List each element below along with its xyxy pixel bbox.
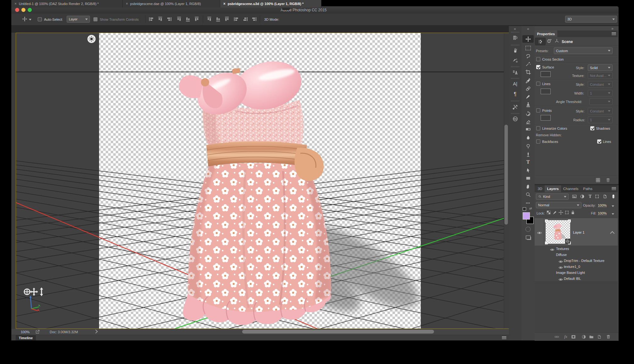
linearize-colors-checkbox[interactable] <box>536 126 540 130</box>
lines-checkbox[interactable] <box>536 82 540 86</box>
brush-settings-panel-icon[interactable] <box>511 57 519 64</box>
document-tab-1[interactable]: × Untitled-1 @ 100% (DAZ Studio Render 2… <box>11 0 123 8</box>
timeline-menu-icon[interactable] <box>502 336 506 339</box>
timeline-tab[interactable]: Timeline <box>16 335 36 340</box>
clone-stamp-tool[interactable] <box>524 101 532 108</box>
creative-cloud-libraries-panel-icon[interactable] <box>511 115 519 122</box>
distribute-horizontal-centers-icon[interactable] <box>243 17 247 21</box>
layers-menu-icon[interactable] <box>612 187 616 190</box>
distribute-right-edges-icon[interactable] <box>252 17 256 21</box>
auto-select-checkbox[interactable] <box>38 17 42 21</box>
layer-sub-row[interactable] <box>535 246 618 252</box>
type-tool[interactable]: T <box>524 158 532 166</box>
shadows-checkbox[interactable] <box>590 126 594 130</box>
align-horizontal-centers-icon[interactable] <box>158 17 162 22</box>
expand-dock-chevron-icon[interactable]: « <box>514 27 516 31</box>
lock-position-icon[interactable] <box>559 210 563 216</box>
texture1-eye-icon[interactable] <box>559 265 563 268</box>
blend-mode-select[interactable]: Normal <box>536 202 581 208</box>
scene-tree-filter-button[interactable] <box>535 38 546 45</box>
opacity-value-field[interactable]: 100% <box>598 204 607 208</box>
tab-layers-active[interactable]: Layers <box>545 185 561 192</box>
cross-section-checkbox[interactable] <box>536 57 540 61</box>
lock-transparency-icon[interactable] <box>546 210 551 216</box>
tree-item-diffuse[interactable]: Diffuse <box>556 253 567 257</box>
pen-tool[interactable] <box>524 150 532 158</box>
delete-properties-icon[interactable] <box>606 178 610 184</box>
3d-coordinates-icon[interactable] <box>554 39 559 45</box>
blur-tool[interactable] <box>524 134 532 141</box>
filter-toggle-icon[interactable] <box>611 194 616 199</box>
tree-item-droptrim[interactable]: DropTrim - Default Texture <box>564 259 604 263</box>
quick-selection-tool[interactable] <box>524 60 532 68</box>
close-tab-icon[interactable]: × <box>223 2 225 6</box>
dodge-tool[interactable] <box>524 142 532 150</box>
points-checkbox[interactable] <box>536 108 540 112</box>
filter-adjustment-layers-icon[interactable] <box>580 194 585 199</box>
layer-name[interactable]: Layer 1 <box>573 231 585 234</box>
link-layers-icon[interactable] <box>554 334 559 339</box>
filter-pixel-layers-icon[interactable] <box>572 194 577 199</box>
tree-item-textures[interactable]: Textures <box>556 247 569 251</box>
close-tab-icon[interactable]: × <box>14 2 17 6</box>
path-selection-tool[interactable] <box>524 166 532 174</box>
backfaces-checkbox[interactable] <box>536 139 540 144</box>
filter-smart-objects-icon[interactable] <box>602 194 608 199</box>
render-3d-button[interactable] <box>596 178 600 184</box>
fill-value-field[interactable]: 100% <box>598 211 607 215</box>
tab-paths[interactable]: Paths <box>581 185 595 192</box>
eraser-tool[interactable] <box>524 118 532 125</box>
properties-menu-icon[interactable] <box>612 32 616 35</box>
properties-tab[interactable]: Properties <box>535 30 557 37</box>
tab-channels[interactable]: Channels <box>561 185 581 192</box>
droptrim-eye-icon[interactable] <box>559 259 563 262</box>
document-tab-2[interactable]: × psbridgescene.dae @ 100% (Layer 1, RGB… <box>123 0 220 8</box>
close-tab-icon[interactable]: × <box>126 2 128 6</box>
collapse-panels-chevron-icon[interactable]: » <box>611 26 613 31</box>
ibl-light-widget[interactable] <box>87 35 96 43</box>
screen-mode-button[interactable] <box>524 234 532 241</box>
align-bottom-edges-icon[interactable] <box>195 17 199 22</box>
default-ibl-eye-icon[interactable] <box>559 277 563 280</box>
radius-select[interactable]: 1 <box>588 117 613 123</box>
hand-tool[interactable] <box>524 183 532 190</box>
lines-color-swatch[interactable] <box>541 89 551 94</box>
move-tool[interactable] <box>522 35 534 43</box>
lasso-tool[interactable] <box>524 52 532 60</box>
texture-select[interactable]: Not Avail... <box>588 72 613 79</box>
align-right-edges-icon[interactable] <box>167 17 171 21</box>
align-left-edges-icon[interactable] <box>149 17 154 21</box>
lock-all-icon[interactable] <box>570 210 575 216</box>
distribute-top-edges-icon[interactable] <box>208 17 211 22</box>
angle-threshold-select[interactable] <box>589 98 613 105</box>
align-vertical-centers-icon[interactable] <box>186 17 190 22</box>
adjustment-layer-icon[interactable] <box>581 334 587 339</box>
tree-item-texture1-0[interactable]: texture1_0 <box>564 265 580 269</box>
filter-shape-layers-icon[interactable] <box>594 194 600 199</box>
surface-style-select[interactable]: Solid <box>588 64 613 71</box>
new-layer-icon[interactable] <box>596 334 602 339</box>
surface-color-swatch[interactable] <box>541 71 551 77</box>
tools-presets-panel-icon[interactable] <box>511 103 519 111</box>
presets-select[interactable]: Custom <box>554 47 613 54</box>
orbit-ground-icon[interactable] <box>24 289 30 295</box>
eyedropper-tool[interactable] <box>524 77 532 84</box>
new-group-folder-icon[interactable] <box>588 334 594 339</box>
distribute-vertical-centers-icon[interactable] <box>216 17 220 22</box>
quick-mask-mode-button[interactable] <box>524 225 532 233</box>
workspace-select[interactable]: 3D <box>565 16 617 23</box>
zoom-level-field[interactable]: 100% <box>21 330 30 334</box>
width-select[interactable]: 1 <box>588 90 613 96</box>
distribute-left-edges-icon[interactable] <box>234 17 239 21</box>
points-color-swatch[interactable] <box>541 115 551 121</box>
gradient-tool[interactable] <box>524 125 532 133</box>
auto-select-target-select[interactable]: Layer <box>67 16 90 23</box>
align-top-edges-icon[interactable] <box>177 17 181 22</box>
lock-artboard-icon[interactable] <box>564 210 569 216</box>
character-panel-icon[interactable]: A| <box>511 80 519 87</box>
marquee-tool[interactable] <box>524 44 532 52</box>
lines-style-select[interactable]: Constant <box>588 81 613 88</box>
layer-sub-row[interactable] <box>535 252 618 258</box>
filter-type-layers-icon[interactable]: T <box>587 194 593 199</box>
clone-source-panel-icon[interactable] <box>511 68 519 76</box>
